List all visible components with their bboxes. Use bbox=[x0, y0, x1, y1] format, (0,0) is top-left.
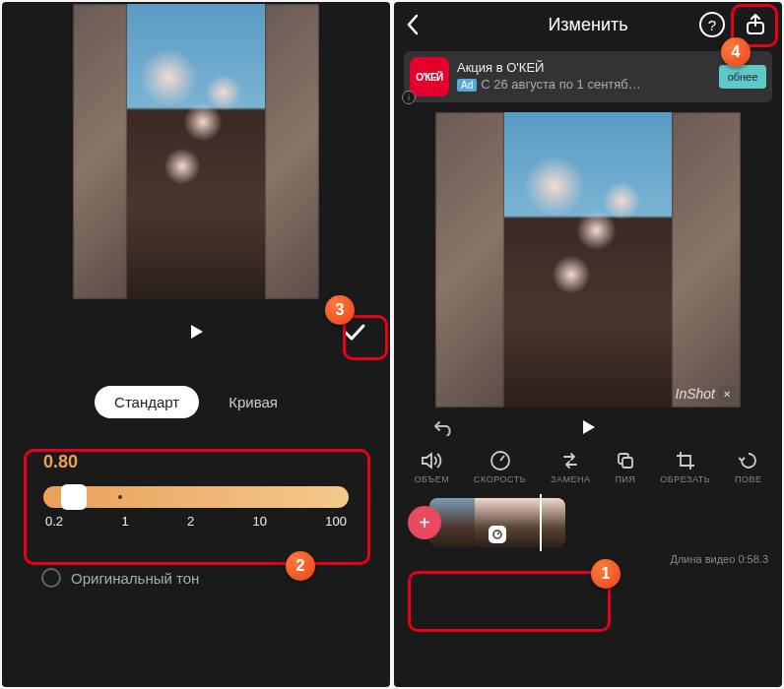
copy-icon bbox=[615, 449, 635, 472]
callout-badge: 1 bbox=[591, 559, 621, 589]
tool-label: ЗАМЕНА bbox=[551, 474, 590, 484]
tab-standard[interactable]: Стандарт bbox=[95, 386, 199, 418]
svg-rect-3 bbox=[622, 458, 632, 468]
highlight-box bbox=[408, 571, 611, 632]
help-button[interactable]: ? bbox=[699, 12, 725, 37]
undo-button[interactable] bbox=[433, 418, 455, 436]
clip-thumb-selected[interactable] bbox=[475, 498, 520, 547]
ad-badge: Ad bbox=[457, 79, 477, 92]
timeline-playhead[interactable] bbox=[540, 494, 542, 551]
play-button[interactable] bbox=[579, 418, 597, 436]
speed-icon bbox=[474, 449, 526, 472]
callout-badge: 2 bbox=[286, 551, 315, 581]
timeline[interactable]: + bbox=[394, 492, 782, 553]
rotate-icon bbox=[735, 449, 761, 472]
watermark-close-icon[interactable]: ✕ bbox=[719, 386, 735, 402]
page-title: Изменить bbox=[548, 15, 627, 35]
tool-row: ОБЪЕМ СКОРОСТЬ ЗАМЕНА ПИЯ ОБРЕЗАТЬ ПОВЕ bbox=[394, 447, 782, 492]
tool-copy[interactable]: ПИЯ bbox=[615, 449, 635, 484]
highlight-box bbox=[343, 315, 388, 360]
tool-crop[interactable]: ОБРЕЗАТЬ bbox=[660, 449, 710, 484]
tool-label: ОБЪЕМ bbox=[414, 474, 449, 484]
video-preview bbox=[2, 2, 390, 307]
ad-subline: С 26 августа по 1 сентяб… bbox=[481, 77, 641, 92]
tool-replace[interactable]: ЗАМЕНА bbox=[551, 449, 590, 484]
ad-info-icon[interactable]: i bbox=[402, 91, 416, 104]
tool-more[interactable]: ПОВЕ bbox=[735, 449, 761, 484]
ad-banner[interactable]: i O'КЕЙ Акция в О'КЕЙ AdС 26 августа по … bbox=[404, 51, 772, 102]
radio-off-icon bbox=[41, 568, 61, 588]
original-tone-toggle[interactable]: Оригинальный тон bbox=[41, 568, 390, 588]
highlight-box bbox=[24, 449, 370, 565]
tool-label: ОБРЕЗАТЬ bbox=[660, 474, 710, 484]
back-button[interactable] bbox=[406, 14, 420, 35]
timeline-clips[interactable] bbox=[429, 498, 565, 547]
play-button[interactable] bbox=[186, 322, 206, 342]
add-clip-button[interactable]: + bbox=[408, 506, 441, 539]
callout-badge: 3 bbox=[325, 295, 355, 325]
replace-icon bbox=[551, 449, 590, 472]
phone-left: Стандарт Кривая 0.80 0.2 1 2 10 100 Ориг… bbox=[2, 2, 390, 687]
tab-curve[interactable]: Кривая bbox=[209, 386, 297, 418]
tool-label: ПОВЕ bbox=[735, 474, 761, 484]
video-preview: InShot ✕ bbox=[394, 112, 782, 407]
crop-icon bbox=[660, 449, 710, 472]
phone-right: Изменить ? i O'КЕЙ Акция в О'КЕЙ AdС 26 … bbox=[394, 2, 782, 687]
ad-headline: Акция в О'КЕЙ bbox=[457, 60, 711, 77]
original-tone-label: Оригинальный тон bbox=[71, 570, 199, 587]
tool-label: ПИЯ bbox=[615, 474, 635, 484]
clip-thumb[interactable] bbox=[520, 498, 565, 547]
tool-label: СКОРОСТЬ bbox=[474, 474, 526, 484]
volume-icon bbox=[414, 449, 449, 472]
watermark-label: InShot bbox=[676, 386, 715, 402]
ad-logo: O'КЕЙ bbox=[410, 57, 449, 96]
clip-speed-icon bbox=[489, 526, 506, 543]
video-duration: Длина видео 0:58.3 bbox=[670, 553, 768, 565]
callout-badge: 4 bbox=[721, 37, 751, 67]
tool-volume[interactable]: ОБЪЕМ bbox=[414, 449, 449, 484]
ad-cta-button[interactable]: обнее bbox=[719, 65, 766, 89]
tool-speed[interactable]: СКОРОСТЬ bbox=[474, 449, 526, 484]
